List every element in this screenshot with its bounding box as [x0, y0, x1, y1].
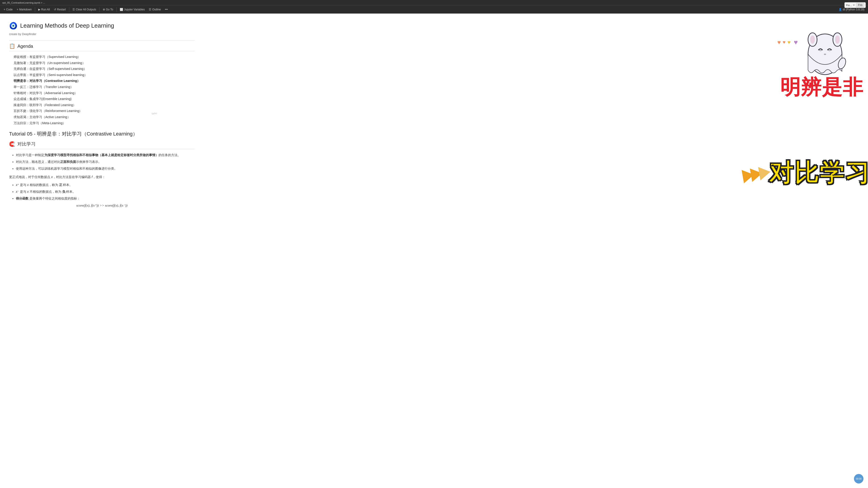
- timer-button[interactable]: 00:00: [854, 474, 864, 484]
- clear-outputs-button[interactable]: ☰ Clear All Outputs: [71, 7, 98, 12]
- markdown-button[interactable]: + Markdown: [15, 7, 33, 12]
- agenda-header: 📋 Agenda: [9, 43, 195, 49]
- divider-2: [9, 51, 195, 51]
- cl-title: 对比学习: [18, 141, 35, 147]
- notebook-area: 🧿 Learning Methods of Deep Learning crea…: [0, 13, 868, 488]
- sep4: [116, 7, 117, 12]
- more-icon: •••: [165, 8, 168, 11]
- list-item: 众志成城：集成学习(Ensemble Learning): [13, 96, 195, 102]
- agenda-list: 师徒相授：有监督学习（Supervised Learning） 见微知著：无监督…: [9, 54, 195, 126]
- poi-label: Poi...: [846, 4, 852, 6]
- formula-block: score(f(x), f(x⁺)) >> score(f(x), f(x⁻)): [9, 203, 195, 207]
- pink-heart-icon: ♥: [783, 39, 785, 45]
- list-item: 以点带面：半监督学习（Semi-supervised learning）: [13, 72, 195, 78]
- sub-bullet-list: x⁺ 是与 x 相似的数据点，称为 正 样本。 x⁻ 是与 x 不相似的数据点，…: [9, 182, 195, 202]
- plus-icon: +: [17, 8, 18, 11]
- agenda-title: Agenda: [18, 44, 33, 49]
- list-item: 万法归宗：元学习（Meta-Learning）: [13, 120, 195, 126]
- list-item: 对比方法，顾名思义，通过对比正面和负面示例来学习表示。: [16, 159, 195, 165]
- formal-text: 更正式地说，对于任何数据点 x，对比方法旨在学习编码器 f，使得：: [9, 174, 195, 180]
- list-item: 得分函数 是衡量两个特征之间相似度的指标：: [16, 195, 195, 202]
- agenda-icon: 📋: [9, 43, 15, 49]
- list-item: 无师自通：自监督学习（Self-supervised Learning）: [13, 66, 195, 72]
- sep1: [35, 7, 35, 12]
- poi-close-btn[interactable]: ✕: [852, 3, 855, 7]
- kernel-icon: 👤: [839, 8, 842, 11]
- plus-icon: +: [4, 8, 5, 11]
- mingbian-text-decoration: 明辨是非: [780, 77, 864, 97]
- list-item: 求知若渴：主动学习（Active Learning）: [13, 114, 195, 120]
- jupyter-variables-button[interactable]: ⬜ Jupyter Variables: [118, 7, 147, 12]
- arrow-3: [758, 165, 772, 181]
- arrow-2: [750, 166, 764, 182]
- list-item: 对比学习是一种制定为深度学习模型寻找相似和不相似事物（基本上就是给定标签时分类所…: [16, 152, 195, 158]
- notebook-logo-icon: 🧿: [9, 22, 18, 30]
- list-item: x⁻ 是与 x 不相似的数据点，称为 负 样本。: [16, 189, 195, 195]
- code-button[interactable]: + Code: [2, 7, 14, 12]
- notebook-author: create by Deepfinder: [9, 31, 195, 39]
- orange-heart-icon: ♥: [777, 39, 781, 46]
- run-all-button[interactable]: ▶ Run All: [36, 7, 52, 12]
- svg-point-0: [808, 34, 842, 75]
- list-item: x⁺ 是与 x 相似的数据点，称为 正 样本。: [16, 182, 195, 188]
- list-item: 举一反三：迁移学习（Transfer Learning）: [13, 84, 195, 90]
- ghost-mascot: [802, 27, 848, 79]
- arrow-decoration: [742, 165, 772, 184]
- divider-3: [9, 149, 195, 149]
- timer-label: 00:00: [856, 478, 862, 480]
- notebook-header: 🧿 Learning Methods of Deep Learning: [9, 18, 195, 31]
- notebook-content: 🧿 Learning Methods of Deep Learning crea…: [0, 13, 204, 218]
- duibi-text-decoration: 对比学习: [769, 161, 868, 185]
- list-item: 使用这种方法，可以训练机器学习模型对相似和不相似的图像进行分类。: [16, 165, 195, 172]
- more-button[interactable]: •••: [163, 7, 170, 12]
- kaishi-button[interactable]: 开始: [856, 3, 864, 7]
- cl-bullet-list: 对比学习是一种制定为深度学习模型寻找相似和不相似事物（基本上就是给定标签时分类所…: [9, 152, 195, 172]
- list-item: 明辨是非：对比学习（Contrastive Learning）: [13, 78, 195, 84]
- title-bar: opt_05_ContrastiveLearning.ipynb > ...: [0, 0, 868, 5]
- arrow-1: [742, 168, 755, 184]
- sep2: [69, 7, 69, 12]
- toolbar: + Code + Markdown ▶ Run All ↺ Restart ☰ …: [0, 5, 868, 13]
- title-bar-text: opt_05_ContrastiveLearning.ipynb > ...: [2, 1, 45, 4]
- restart-button[interactable]: ↺ Restart: [52, 7, 68, 12]
- goto-button[interactable]: ⊕ Go To: [101, 7, 115, 12]
- goto-icon: ⊕: [103, 8, 105, 11]
- outline-icon: ☰: [149, 8, 151, 11]
- cl-icon: 🧲: [9, 141, 15, 147]
- cl-section-header: 🧲 对比学习: [9, 141, 195, 147]
- jupyter-vars-icon: ⬜: [120, 8, 123, 11]
- svg-point-3: [810, 35, 815, 44]
- yellow-heart-icon: ♥: [787, 39, 790, 45]
- svg-point-1: [808, 33, 817, 46]
- svg-point-4: [835, 35, 840, 44]
- list-item: 百折不挠：强化学习（Reinforcement Learning）: [13, 108, 195, 114]
- purple-heart-icon: ♥: [794, 38, 798, 46]
- poi-popup: Poi... ✕ 开始: [844, 2, 866, 8]
- notebook-main-title: Learning Methods of Deep Learning: [20, 22, 114, 29]
- restart-icon: ↺: [54, 8, 56, 11]
- outline-button[interactable]: ☰ Outline: [147, 7, 162, 12]
- list-item: 师徒相授：有监督学习（Supervised Learning）: [13, 54, 195, 60]
- play-icon: ▶: [38, 8, 40, 11]
- clear-icon: ☰: [72, 8, 75, 11]
- svg-point-2: [833, 33, 842, 46]
- svg-point-6: [837, 57, 847, 70]
- hearts-decoration: ♥ ♥ ♥ ♥: [777, 38, 798, 46]
- svg-point-5: [824, 54, 826, 55]
- sep3: [99, 7, 100, 12]
- list-item: 殊途同归：联邦学习（Federated Learning）: [13, 102, 195, 108]
- list-item: 见微知著：无监督学习（Un-supervised Learning）: [13, 60, 195, 66]
- list-item: 针锋相对：对抗学习（Adversarial Learning）: [13, 90, 195, 96]
- tutorial-heading: Tutorial 05 - 明辨是非：对比学习（Contrastive Lear…: [9, 131, 195, 137]
